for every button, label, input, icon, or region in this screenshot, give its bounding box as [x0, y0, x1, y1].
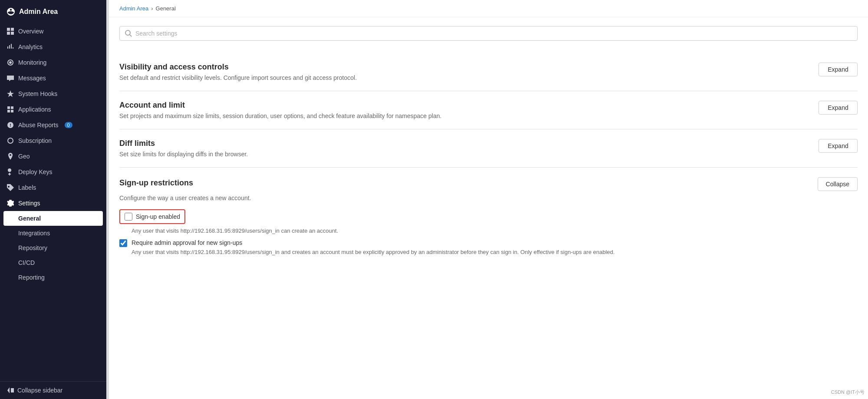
admin-approval-checkbox-wrapper[interactable]: [119, 239, 127, 247]
admin-area-title: Admin Area: [19, 8, 58, 16]
labels-icon: [7, 184, 14, 191]
abuse-reports-icon: [7, 122, 14, 129]
admin-approval-wrapper: Require admin approval for new sign-ups …: [119, 239, 858, 255]
monitoring-icon: [7, 59, 14, 66]
section-signup-restrictions: Sign-up restrictions Collapse Configure …: [119, 168, 858, 265]
signup-enabled-checkbox-wrapper[interactable]: [125, 213, 132, 221]
deploy-keys-icon: [7, 168, 14, 175]
sidebar-navigation: Overview Analytics Monitoring Messages: [0, 23, 106, 381]
sidebar-sub-item-cicd[interactable]: CI/CD: [0, 255, 106, 270]
sidebar-item-monitoring[interactable]: Monitoring: [0, 55, 106, 70]
breadcrumb-separator: ›: [151, 5, 153, 12]
breadcrumb-current: General: [156, 5, 176, 12]
sidebar-item-settings[interactable]: Settings: [0, 195, 106, 211]
section-diff-limits: Diff limits Set size limits for displayi…: [119, 129, 858, 168]
admin-approval-label: Require admin approval for new sign-ups: [132, 239, 242, 246]
sidebar-sub-item-integrations[interactable]: Integrations: [0, 226, 106, 241]
section-account-desc: Set projects and maximum size limits, se…: [119, 112, 441, 119]
section-account-limit: Account and limit Set projects and maxim…: [119, 91, 858, 129]
content-area: Visibility and access controls Set defau…: [109, 17, 868, 399]
subscription-icon: [7, 137, 14, 144]
sidebar-item-deploy-keys[interactable]: Deploy Keys: [0, 164, 106, 180]
section-diff-title: Diff limits: [119, 139, 248, 148]
sidebar-item-system-hooks[interactable]: System Hooks: [0, 86, 106, 102]
search-input[interactable]: [135, 30, 852, 37]
sidebar: Admin Area Overview Analytics Monitoring: [0, 0, 106, 399]
abuse-reports-badge: 0: [65, 122, 72, 128]
sidebar-item-analytics[interactable]: Analytics: [0, 39, 106, 55]
collapse-sidebar-icon: [7, 387, 14, 394]
diff-expand-button[interactable]: Expand: [819, 139, 858, 153]
search-box[interactable]: [119, 26, 858, 41]
sidebar-sub-item-general[interactable]: General: [3, 211, 103, 226]
section-account-title: Account and limit: [119, 101, 441, 110]
sidebar-item-applications[interactable]: Applications: [0, 102, 106, 117]
sidebar-item-labels[interactable]: Labels: [0, 180, 106, 195]
breadcrumb: Admin Area › General: [109, 0, 868, 17]
signup-collapse-button[interactable]: Collapse: [818, 177, 858, 191]
signup-enabled-subtext: Any user that visits http://192.168.31.9…: [132, 228, 858, 234]
watermark: CSDN @IT小号: [831, 389, 865, 396]
main-content: Admin Area › General Visibility and acce…: [109, 0, 868, 399]
settings-icon: [7, 200, 14, 207]
sidebar-sub-item-reporting[interactable]: Reporting: [0, 270, 106, 285]
signup-restrictions-title: Sign-up restrictions: [119, 178, 193, 188]
applications-icon: [7, 106, 14, 113]
section-diff-desc: Set size limits for displaying diffs in …: [119, 151, 248, 158]
sidebar-item-abuse-reports[interactable]: Abuse Reports 0: [0, 117, 106, 133]
system-hooks-icon: [7, 90, 14, 97]
collapse-sidebar-button[interactable]: Collapse sidebar: [0, 381, 106, 399]
sidebar-item-geo[interactable]: Geo: [0, 148, 106, 164]
sidebar-sub-item-repository[interactable]: Repository: [0, 241, 106, 255]
sidebar-item-subscription[interactable]: Subscription: [0, 133, 106, 148]
overview-icon: [7, 28, 14, 35]
visibility-expand-button[interactable]: Expand: [819, 63, 858, 76]
admin-approval-subtext: Any user that visits http://192.168.31.9…: [132, 249, 858, 255]
breadcrumb-parent[interactable]: Admin Area: [119, 5, 148, 12]
geo-icon: [7, 153, 14, 160]
sidebar-header[interactable]: Admin Area: [0, 0, 106, 23]
section-visibility-title: Visibility and access controls: [119, 63, 357, 72]
messages-icon: [7, 75, 14, 82]
search-icon: [125, 30, 132, 37]
admin-area-icon: [7, 8, 15, 16]
signup-restrictions-desc: Configure the way a user creates a new a…: [119, 195, 858, 201]
analytics-icon: [7, 43, 14, 50]
account-expand-button[interactable]: Expand: [819, 101, 858, 115]
sidebar-item-messages[interactable]: Messages: [0, 70, 106, 86]
admin-approval-checkbox[interactable]: [119, 239, 127, 247]
signup-enabled-wrapper: Sign-up enabled: [119, 209, 185, 224]
signup-enabled-checkbox[interactable]: [125, 213, 132, 221]
signup-enabled-label: Sign-up enabled: [136, 213, 180, 220]
section-visibility-access: Visibility and access controls Set defau…: [119, 53, 858, 91]
section-visibility-desc: Set default and restrict visibility leve…: [119, 74, 357, 81]
sidebar-item-overview[interactable]: Overview: [0, 23, 106, 39]
